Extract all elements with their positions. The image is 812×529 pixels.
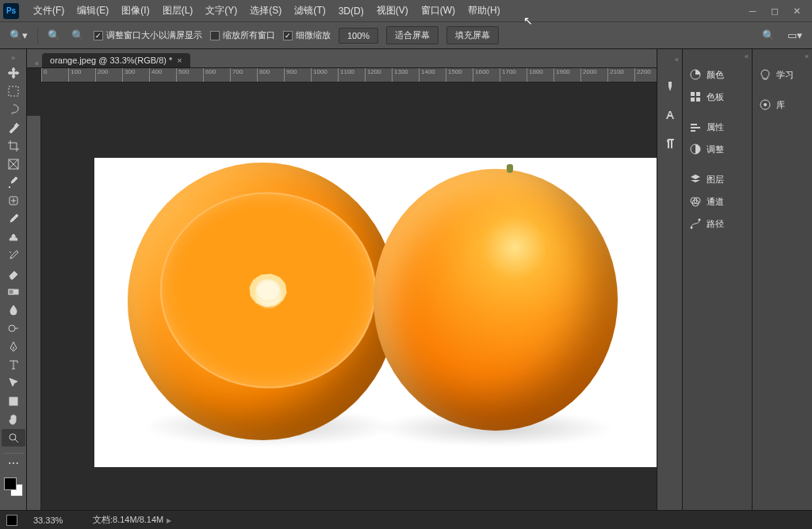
vertical-ruler xyxy=(27,116,41,510)
ruler-tick: 1900 xyxy=(553,68,580,82)
panel-dock-1: « 颜色 色板 属性 调整 图层 xyxy=(683,49,753,510)
menu-type[interactable]: 文字(Y) xyxy=(199,4,243,17)
ruler-tick: 600 xyxy=(203,68,230,82)
dock-collapse-icon[interactable]: « xyxy=(753,52,812,63)
foreground-color-swatch[interactable] xyxy=(4,477,17,490)
panel-label: 库 xyxy=(776,99,785,111)
zoom-tool[interactable] xyxy=(2,429,25,447)
close-tab-icon[interactable]: × xyxy=(177,56,182,65)
panel-label: 调整 xyxy=(707,144,724,155)
zoom-out-icon[interactable]: 🔍 xyxy=(70,28,86,43)
dock-collapse-icon[interactable]: « xyxy=(683,52,752,63)
eyedropper-tool[interactable] xyxy=(2,174,25,191)
edit-toolbar-button[interactable]: ⋯ xyxy=(2,454,25,472)
fill-screen-button[interactable]: 填充屏幕 xyxy=(446,26,499,44)
dock-collapse-icon[interactable]: « xyxy=(657,56,682,67)
fit-screen-button[interactable]: 适合屏幕 xyxy=(386,26,439,44)
panel-swatches[interactable]: 色板 xyxy=(683,86,752,108)
canvas[interactable] xyxy=(94,158,657,467)
color-icon xyxy=(689,68,702,81)
zoom-all-checkbox[interactable]: 缩放所有窗口 xyxy=(210,29,275,41)
pen-tool[interactable] xyxy=(2,338,25,355)
move-tool[interactable] xyxy=(2,64,25,82)
ruler-tick: 2200 xyxy=(634,68,657,82)
menu-file[interactable]: 文件(F) xyxy=(27,4,71,17)
tool-preset-icon[interactable]: 🔍▾ xyxy=(8,28,29,43)
menu-edit[interactable]: 编辑(E) xyxy=(71,4,115,17)
magic-wand-tool[interactable] xyxy=(2,119,25,136)
toolbar-collapse-icon[interactable]: » xyxy=(2,52,25,63)
lasso-tool[interactable] xyxy=(2,101,25,118)
ruler-tick: 0 xyxy=(41,68,68,82)
color-swatches[interactable] xyxy=(4,477,23,496)
history-brush-tool[interactable] xyxy=(2,247,25,264)
path-select-tool[interactable] xyxy=(2,374,25,392)
panel-label: 图层 xyxy=(707,174,724,186)
menu-view[interactable]: 视图(V) xyxy=(370,4,415,17)
shape-tool[interactable] xyxy=(2,393,25,410)
layers-icon xyxy=(689,173,702,186)
menu-3d[interactable]: 3D(D) xyxy=(332,6,370,17)
marquee-tool[interactable] xyxy=(2,82,25,100)
tab-strip-collapse-icon[interactable]: « xyxy=(32,59,42,67)
hand-tool[interactable] xyxy=(2,411,25,428)
panel-libraries[interactable]: 库 xyxy=(753,94,812,116)
svg-rect-6 xyxy=(10,397,17,405)
swatch-mini-icon[interactable] xyxy=(6,515,17,526)
checkbox-icon xyxy=(283,31,293,40)
panel-layers[interactable]: 图层 xyxy=(683,168,752,190)
svg-rect-0 xyxy=(9,86,18,96)
scrubby-zoom-checkbox[interactable]: 细微缩放 xyxy=(283,29,331,41)
blur-tool[interactable] xyxy=(2,301,25,319)
ruler-tick: 1700 xyxy=(500,68,527,82)
menu-help[interactable]: 帮助(H) xyxy=(462,4,507,17)
panel-channels[interactable]: 通道 xyxy=(683,190,752,213)
channels-icon xyxy=(689,195,702,208)
status-doc-info[interactable]: 文档:8.14M/8.14M▶ xyxy=(93,514,171,526)
brush-tool[interactable] xyxy=(2,210,25,228)
type-tool[interactable] xyxy=(2,356,25,374)
frame-tool[interactable] xyxy=(2,155,25,173)
panel-label: 路径 xyxy=(707,218,724,230)
crop-tool[interactable] xyxy=(2,137,25,155)
menu-image[interactable]: 图像(I) xyxy=(115,4,155,17)
menu-layer[interactable]: 图层(L) xyxy=(156,4,200,17)
ruler-tick: 2000 xyxy=(580,68,607,82)
panel-learn[interactable]: 学习 xyxy=(753,63,812,86)
window-maximize-button[interactable]: ◻ xyxy=(769,6,780,17)
panel-color[interactable]: 颜色 xyxy=(683,63,752,86)
svg-rect-11 xyxy=(691,98,695,102)
healing-brush-tool[interactable] xyxy=(2,192,25,209)
libraries-icon xyxy=(759,98,772,111)
canvas-workspace[interactable] xyxy=(27,82,657,510)
panel-adjustments[interactable]: 调整 xyxy=(683,138,752,160)
document-tab[interactable]: orange.jpeg @ 33.3%(RGB/8) * × xyxy=(42,53,190,67)
eraser-tool[interactable] xyxy=(2,265,25,282)
options-bar: 🔍▾ 🔍 🔍 调整窗口大小以满屏显示 缩放所有窗口 细微缩放 100% 适合屏幕… xyxy=(0,22,812,49)
zoom-100-button[interactable]: 100% xyxy=(339,28,378,44)
status-zoom-value[interactable]: 33.33% xyxy=(33,516,77,525)
panel-properties[interactable]: 属性 xyxy=(683,116,752,138)
character-panel-icon[interactable] xyxy=(661,106,679,124)
resize-windows-checkbox[interactable]: 调整窗口大小以满屏显示 xyxy=(94,29,202,41)
clone-stamp-tool[interactable] xyxy=(2,228,25,246)
svg-point-17 xyxy=(691,227,693,229)
app-logo: Ps xyxy=(3,3,19,19)
window-close-button[interactable]: ✕ xyxy=(791,6,802,17)
horizontal-ruler: 0100200300400500600700800900100011001200… xyxy=(41,68,657,82)
menu-filter[interactable]: 滤镜(T) xyxy=(288,4,331,17)
zoom-in-icon[interactable]: 🔍 xyxy=(46,28,62,43)
ruler-tick: 1500 xyxy=(446,68,473,82)
search-icon[interactable]: 🔍 xyxy=(760,28,776,43)
window-minimize-button[interactable]: ─ xyxy=(747,6,758,17)
paragraph-panel-icon[interactable] xyxy=(661,135,679,152)
ruler-tick: 1000 xyxy=(311,68,338,82)
workspace-switcher-icon[interactable]: ▭▾ xyxy=(786,28,804,43)
menu-window[interactable]: 窗口(W) xyxy=(415,4,462,17)
panel-paths[interactable]: 路径 xyxy=(683,213,752,235)
svg-point-20 xyxy=(764,103,767,106)
gradient-tool[interactable] xyxy=(2,283,25,301)
dodge-tool[interactable] xyxy=(2,320,25,337)
menu-select[interactable]: 选择(S) xyxy=(243,4,288,17)
brush-settings-icon[interactable] xyxy=(661,78,679,95)
